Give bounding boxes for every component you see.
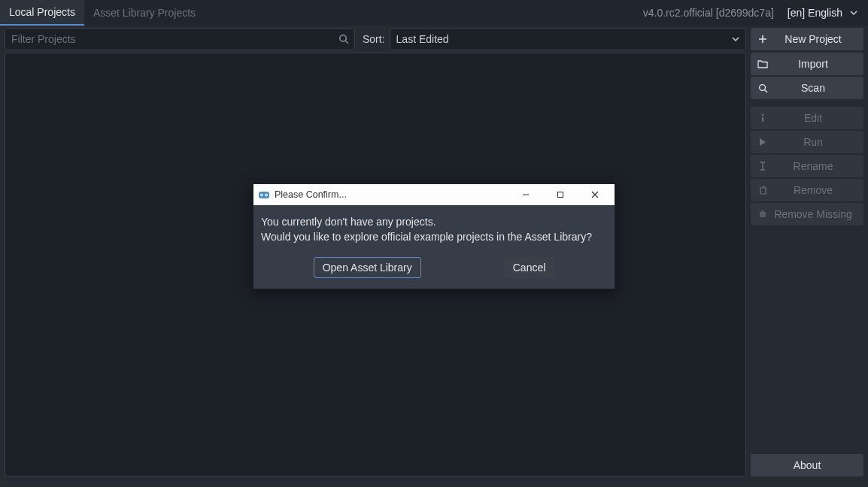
svg-point-2 (759, 84, 765, 90)
language-selector[interactable]: [en] English (783, 4, 862, 22)
confirm-dialog: Please Confirm... You currently don't ha… (253, 183, 615, 289)
dialog-text-line2: Would you like to explore official examp… (261, 229, 607, 244)
remove-label: Remove (769, 184, 857, 196)
remove-missing-button: Remove Missing (751, 203, 863, 225)
rename-button: Rename (751, 155, 863, 177)
tab-asset-library-projects[interactable]: Asset Library Projects (84, 0, 205, 26)
sort-dropdown[interactable]: Last Edited (390, 28, 746, 50)
svg-point-9 (261, 195, 263, 196)
svg-line-3 (764, 89, 767, 92)
about-button[interactable]: About (751, 454, 863, 476)
remove-button: Remove (751, 179, 863, 201)
import-label: Import (769, 58, 857, 70)
dialog-body: You currently don't have any projects. W… (253, 205, 615, 248)
side-panel: Import Scan Edit Run Rename (751, 53, 863, 476)
info-icon (757, 113, 769, 123)
maximize-icon (557, 191, 564, 198)
toolbar-row: Sort: Last Edited New Project (0, 26, 868, 53)
sort-label: Sort: (363, 33, 385, 45)
broom-icon (757, 210, 769, 219)
import-button[interactable]: Import (751, 53, 863, 75)
tab-local-projects[interactable]: Local Projects (0, 0, 84, 26)
trash-icon (757, 186, 769, 195)
svg-rect-5 (762, 117, 763, 122)
dialog-title: Please Confirm... (275, 189, 347, 200)
minimize-icon (522, 191, 530, 198)
sort-value: Last Edited (396, 33, 449, 45)
chevron-down-icon (732, 37, 739, 41)
tab-local-label: Local Projects (9, 6, 75, 18)
plus-icon (757, 35, 769, 44)
project-tabs: Local Projects Asset Library Projects (0, 0, 205, 26)
new-project-button[interactable]: New Project (751, 28, 863, 50)
svg-point-0 (340, 35, 346, 41)
rename-label: Rename (769, 160, 857, 172)
search-icon (338, 34, 349, 44)
run-button: Run (751, 131, 863, 153)
version-label: v4.0.rc2.official [d2699dc7a] (643, 7, 774, 19)
window-minimize-button[interactable] (511, 184, 541, 205)
svg-rect-12 (558, 192, 563, 198)
cancel-button[interactable]: Cancel (504, 257, 555, 278)
about-label: About (794, 459, 821, 471)
dialog-text-line1: You currently don't have any projects. (261, 214, 607, 229)
language-label: [en] English (788, 7, 842, 19)
open-asset-library-button[interactable]: Open Asset Library (314, 257, 421, 278)
open-asset-library-label: Open Asset Library (323, 262, 412, 274)
chevron-down-icon (850, 11, 857, 15)
search-icon (757, 83, 769, 93)
close-icon (591, 191, 599, 198)
scan-button[interactable]: Scan (751, 77, 863, 99)
godot-app-icon (258, 189, 270, 201)
window-maximize-button[interactable] (545, 184, 575, 205)
play-icon (757, 138, 769, 147)
filter-projects-input[interactable] (5, 28, 355, 50)
remove-missing-label: Remove Missing (769, 208, 857, 220)
cancel-label: Cancel (513, 262, 546, 274)
dialog-titlebar[interactable]: Please Confirm... (253, 184, 615, 205)
text-cursor-icon (757, 162, 769, 171)
dialog-actions: Open Asset Library Cancel (253, 248, 615, 289)
edit-label: Edit (769, 112, 857, 124)
filter-wrap (5, 28, 355, 50)
svg-line-1 (345, 41, 348, 44)
edit-button: Edit (751, 107, 863, 129)
scan-label: Scan (769, 82, 857, 94)
new-project-label: New Project (769, 33, 857, 45)
svg-point-4 (762, 114, 764, 116)
folder-icon (757, 59, 769, 68)
window-close-button[interactable] (580, 184, 610, 205)
tab-asset-label: Asset Library Projects (93, 7, 196, 19)
svg-point-10 (266, 195, 267, 196)
run-label: Run (769, 136, 857, 148)
top-bar: Local Projects Asset Library Projects v4… (0, 0, 868, 26)
